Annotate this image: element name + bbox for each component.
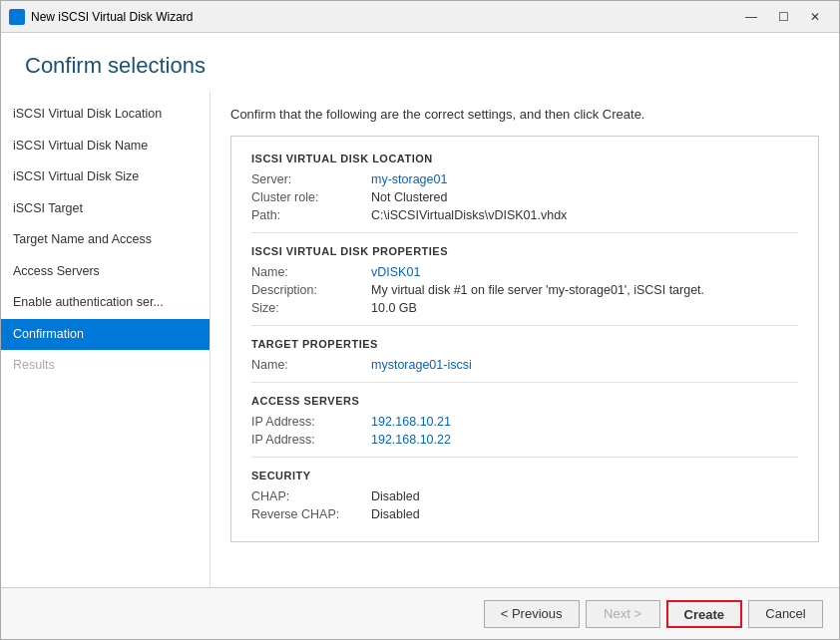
- target-header: TARGET PROPERTIES: [251, 338, 798, 350]
- access-ip2-row: IP Address: 192.168.10.22: [251, 433, 798, 447]
- divider-3: [251, 382, 798, 383]
- access-header: ACCESS SERVERS: [251, 395, 798, 407]
- security-rev-chap-label: Reverse CHAP:: [251, 507, 371, 521]
- properties-name-value: vDISK01: [371, 265, 420, 279]
- target-name-label: Name:: [251, 358, 371, 372]
- cancel-button[interactable]: Cancel: [748, 600, 823, 628]
- properties-desc-row: Description: My virtual disk #1 on file …: [251, 283, 798, 297]
- properties-desc-value: My virtual disk #1 on file server 'my-st…: [371, 283, 704, 297]
- location-header: ISCSI VIRTUAL DISK LOCATION: [251, 153, 798, 164]
- security-header: SECURITY: [251, 470, 798, 481]
- location-cluster-row: Cluster role: Not Clustered: [251, 190, 798, 204]
- location-server-label: Server:: [251, 172, 371, 186]
- sidebar-item-iscsi-target[interactable]: iSCSI Target: [1, 193, 210, 225]
- right-content: Confirm that the following are the corre…: [210, 91, 839, 587]
- divider-2: [251, 325, 798, 326]
- page-header: Confirm selections: [1, 33, 839, 91]
- target-name-row: Name: mystorage01-iscsi: [251, 358, 798, 372]
- access-ip1-row: IP Address: 192.168.10.21: [251, 415, 798, 429]
- main-layout: Confirm selections iSCSI Virtual Disk Lo…: [1, 33, 839, 639]
- close-button[interactable]: ✕: [799, 3, 831, 31]
- sidebar-item-results: Results: [1, 350, 210, 382]
- window-controls: — ☐ ✕: [735, 3, 831, 31]
- properties-size-label: Size:: [251, 301, 371, 315]
- properties-size-value: 10.0 GB: [371, 301, 417, 315]
- divider-4: [251, 457, 798, 458]
- titlebar: New iSCSI Virtual Disk Wizard — ☐ ✕: [1, 1, 839, 33]
- previous-button[interactable]: < Previous: [484, 600, 580, 628]
- minimize-button[interactable]: —: [735, 3, 767, 31]
- access-ip1-label: IP Address:: [251, 415, 371, 429]
- page-title: Confirm selections: [25, 53, 815, 79]
- security-chap-value: Disabled: [371, 489, 420, 503]
- security-chap-row: CHAP: Disabled: [251, 489, 798, 503]
- properties-header: ISCSI VIRTUAL DISK PROPERTIES: [251, 245, 798, 257]
- location-server-row: Server: my-storage01: [251, 172, 798, 186]
- instruction-text: Confirm that the following are the corre…: [230, 107, 819, 122]
- access-ip2-label: IP Address:: [251, 433, 371, 447]
- sidebar-item-iscsi-location[interactable]: iSCSI Virtual Disk Location: [1, 99, 210, 131]
- properties-size-row: Size: 10.0 GB: [251, 301, 798, 315]
- location-path-value: C:\iSCSIVirtualDisks\vDISK01.vhdx: [371, 208, 567, 222]
- security-chap-label: CHAP:: [251, 489, 371, 503]
- confirm-box: ISCSI VIRTUAL DISK LOCATION Server: my-s…: [230, 136, 819, 542]
- properties-name-label: Name:: [251, 265, 371, 279]
- create-button[interactable]: Create: [666, 600, 742, 628]
- location-path-label: Path:: [251, 208, 371, 222]
- properties-desc-label: Description:: [251, 283, 371, 297]
- upper-area: iSCSI Virtual Disk Location iSCSI Virtua…: [1, 91, 839, 587]
- properties-name-row: Name: vDISK01: [251, 265, 798, 279]
- location-server-value: my-storage01: [371, 172, 447, 186]
- security-rev-chap-row: Reverse CHAP: Disabled: [251, 507, 798, 521]
- sidebar-item-iscsi-name[interactable]: iSCSI Virtual Disk Name: [1, 131, 210, 162]
- sidebar: iSCSI Virtual Disk Location iSCSI Virtua…: [1, 91, 210, 587]
- access-ip2-value: 192.168.10.22: [371, 433, 451, 447]
- security-rev-chap-value: Disabled: [371, 507, 420, 521]
- wizard-window: New iSCSI Virtual Disk Wizard — ☐ ✕ Conf…: [0, 0, 840, 640]
- access-ip1-value: 192.168.10.21: [371, 415, 451, 429]
- next-button[interactable]: Next >: [586, 600, 660, 628]
- sidebar-item-confirmation[interactable]: Confirmation: [1, 319, 210, 351]
- sidebar-item-target-name[interactable]: Target Name and Access: [1, 224, 210, 256]
- sidebar-item-access-servers[interactable]: Access Servers: [1, 256, 210, 288]
- location-path-row: Path: C:\iSCSIVirtualDisks\vDISK01.vhdx: [251, 208, 798, 222]
- right-panel: Confirm that the following are the corre…: [210, 91, 839, 587]
- app-icon: [9, 9, 25, 25]
- restore-button[interactable]: ☐: [767, 3, 799, 31]
- window-title: New iSCSI Virtual Disk Wizard: [31, 10, 735, 24]
- location-cluster-label: Cluster role:: [251, 190, 371, 204]
- sidebar-item-iscsi-size[interactable]: iSCSI Virtual Disk Size: [1, 161, 210, 193]
- divider-1: [251, 232, 798, 233]
- sidebar-item-enable-auth[interactable]: Enable authentication ser...: [1, 287, 210, 319]
- target-name-value: mystorage01-iscsi: [371, 358, 472, 372]
- location-cluster-value: Not Clustered: [371, 190, 447, 204]
- footer: < Previous Next > Create Cancel: [1, 587, 839, 639]
